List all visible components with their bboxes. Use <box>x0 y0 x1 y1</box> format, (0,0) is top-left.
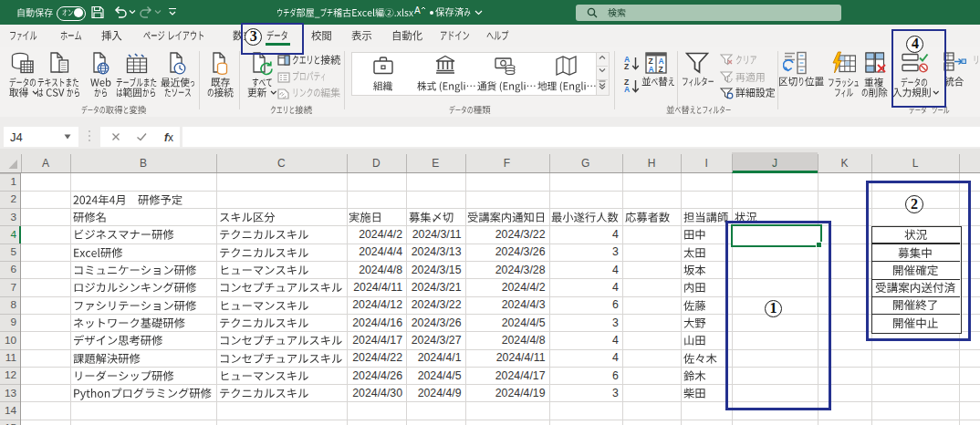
svg-text:A: A <box>649 65 654 74</box>
svg-text:A: A <box>414 5 421 16</box>
svg-text:Z: Z <box>659 65 663 74</box>
